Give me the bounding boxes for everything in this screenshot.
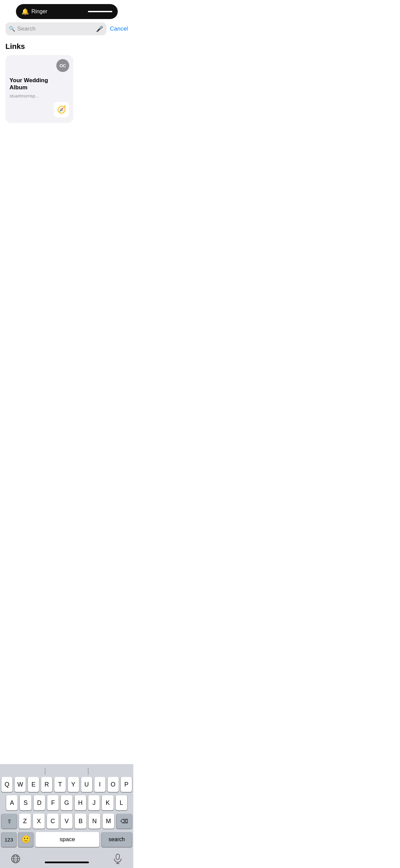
search-row: 🔍 🎤 Cancel — [0, 19, 133, 39]
link-card-title: Your Wedding Album — [9, 77, 50, 91]
cancel-button[interactable]: Cancel — [110, 25, 128, 32]
ringer-label: Ringer — [32, 8, 85, 15]
compass-icon: 🧭 — [57, 105, 66, 114]
link-card[interactable]: OC Your Wedding Album stuartmorrisp… 🧭 — [5, 55, 73, 123]
compass-button[interactable]: 🧭 — [54, 102, 69, 117]
search-icon: 🔍 — [9, 26, 15, 32]
links-section-title: Links — [0, 39, 133, 55]
link-card-subtitle: stuartmorrisp… — [9, 93, 69, 98]
search-field[interactable]: 🔍 🎤 — [5, 22, 107, 35]
search-input[interactable] — [17, 25, 94, 32]
avatar: OC — [56, 59, 69, 72]
bell-icon: 🔔 — [21, 8, 29, 15]
microphone-icon[interactable]: 🎤 — [96, 25, 103, 33]
ringer-notification: 🔔 Ringer — [16, 4, 118, 19]
ringer-volume-indicator — [88, 11, 112, 12]
